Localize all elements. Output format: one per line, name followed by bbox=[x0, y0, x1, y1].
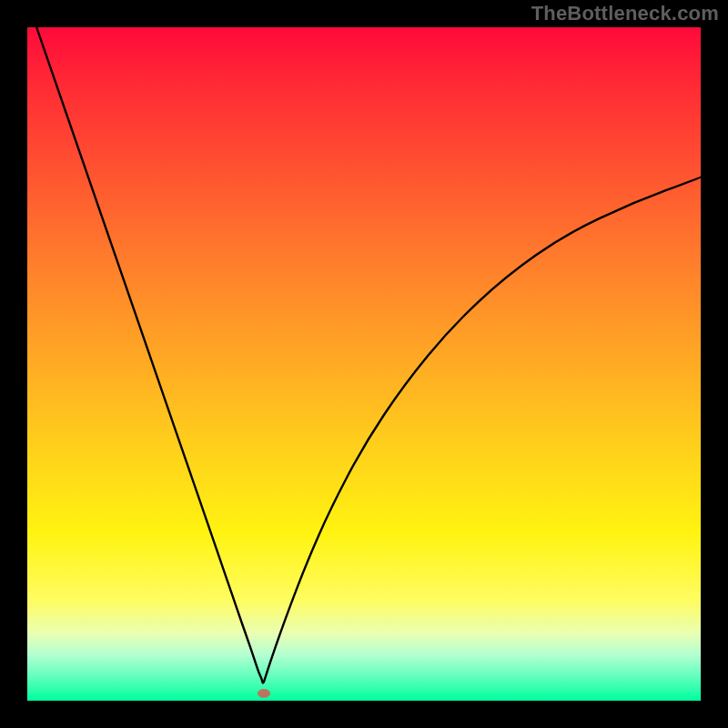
watermark-text: TheBottleneck.com bbox=[531, 2, 719, 25]
chart-frame: TheBottleneck.com bbox=[0, 0, 728, 728]
plot-area bbox=[27, 27, 701, 701]
curve-layer bbox=[27, 27, 701, 701]
bottleneck-curve bbox=[27, 27, 701, 683]
minimum-marker bbox=[258, 689, 270, 698]
